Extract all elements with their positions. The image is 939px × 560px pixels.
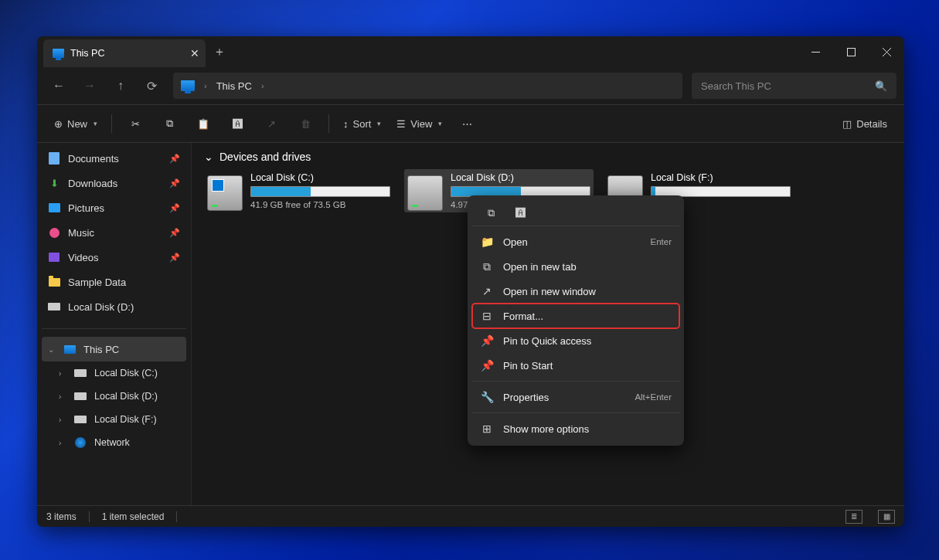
address-bar[interactable]: › This PC › bbox=[173, 73, 682, 99]
copy-button[interactable]: ⧉ bbox=[154, 110, 185, 137]
sidebar-item-network[interactable]: › Network bbox=[42, 431, 186, 454]
this-pc-icon bbox=[181, 80, 195, 91]
sidebar-item-downloads[interactable]: ⬇ Downloads 📌 bbox=[42, 171, 186, 195]
drive-name: Local Disk (C:) bbox=[250, 172, 390, 183]
paste-button[interactable]: 📋 bbox=[188, 110, 219, 137]
context-item-pin-to-quick-access[interactable]: 📌 Pin to Quick access bbox=[472, 328, 679, 353]
menu-item-label: Format... bbox=[503, 311, 543, 322]
dl-icon: ⬇ bbox=[48, 177, 60, 189]
forward-button[interactable]: → bbox=[76, 73, 104, 98]
drive-icon bbox=[74, 390, 87, 402]
sidebar-item-this-pc[interactable]: ⌄ This PC bbox=[42, 337, 186, 361]
sort-button[interactable]: ↕ Sort ▾ bbox=[337, 110, 387, 137]
sidebar-item-sample-data[interactable]: Sample Data bbox=[42, 270, 186, 294]
chevron-right-icon: › bbox=[261, 81, 264, 90]
new-button[interactable]: ⊕ New ▾ bbox=[48, 110, 104, 137]
sidebar-item-label: Downloads bbox=[68, 178, 117, 189]
menu-item-icon: ⧉ bbox=[480, 260, 494, 273]
context-item-format-[interactable]: ⊟ Format... bbox=[472, 304, 679, 328]
copy-icon[interactable]: ⧉ bbox=[478, 202, 503, 224]
rename-button[interactable]: 🅰 bbox=[222, 110, 253, 137]
chevron-right-icon: › bbox=[204, 81, 207, 90]
pin-icon: 📌 bbox=[169, 253, 180, 263]
chevron-down-icon: ▾ bbox=[438, 120, 442, 127]
sort-icon: ↕ bbox=[343, 118, 349, 130]
delete-button[interactable]: 🗑 bbox=[290, 110, 321, 137]
status-bar: 3 items 1 item selected ≣ ▦ bbox=[37, 505, 904, 527]
sidebar-item-documents[interactable]: Documents 📌 bbox=[42, 146, 186, 171]
this-pc-icon bbox=[63, 343, 76, 355]
menu-item-label: Pin to Start bbox=[503, 360, 553, 372]
grid-view-toggle[interactable]: ▦ bbox=[878, 510, 895, 524]
maximize-button[interactable] bbox=[833, 36, 869, 67]
toolbar: ⊕ New ▾ ✂ ⧉ 📋 🅰 ↗ 🗑 ↕ Sort ▾ ☰ View ▾ ⋯ … bbox=[37, 104, 904, 143]
context-item-open-in-new-window[interactable]: ↗ Open in new window bbox=[472, 279, 679, 304]
chevron-right-icon: › bbox=[59, 369, 66, 378]
drive-item[interactable]: Local Disk (C:) 41.9 GB free of 73.5 GB bbox=[204, 169, 393, 212]
sidebar-item-label: Local Disk (D:) bbox=[68, 301, 134, 313]
chevron-right-icon: › bbox=[59, 392, 66, 401]
drive-name: Local Disk (F:) bbox=[651, 172, 791, 183]
more-button[interactable]: ⋯ bbox=[451, 110, 482, 137]
share-icon: ↗ bbox=[267, 118, 276, 130]
sidebar-drive[interactable]: › Local Disk (F:) bbox=[42, 408, 186, 431]
context-item-properties[interactable]: 🔧 Properties Alt+Enter bbox=[472, 385, 679, 409]
delete-icon: 🗑 bbox=[301, 118, 311, 130]
this-pc-icon bbox=[53, 49, 64, 58]
menu-item-label: Pin to Quick access bbox=[503, 335, 591, 347]
view-button[interactable]: ☰ View ▾ bbox=[390, 110, 448, 137]
menu-item-label: Open in new tab bbox=[503, 261, 577, 273]
drive-capacity-bar bbox=[250, 186, 390, 197]
hdd-icon bbox=[48, 300, 60, 313]
close-button[interactable] bbox=[869, 36, 904, 67]
new-tab-button[interactable]: ＋ bbox=[206, 36, 233, 67]
close-tab-icon[interactable]: ✕ bbox=[190, 47, 199, 59]
share-button[interactable]: ↗ bbox=[256, 110, 287, 137]
context-item-open-in-new-tab[interactable]: ⧉ Open in new tab bbox=[472, 254, 679, 279]
list-view-toggle[interactable]: ≣ bbox=[845, 510, 862, 524]
cut-button[interactable]: ✂ bbox=[120, 110, 151, 137]
sidebar-item-videos[interactable]: Videos 📌 bbox=[42, 245, 186, 270]
sidebar-item-pictures[interactable]: Pictures 📌 bbox=[42, 195, 186, 220]
sidebar-item-label: Local Disk (F:) bbox=[94, 414, 157, 425]
search-box[interactable]: 🔍 bbox=[692, 73, 896, 99]
context-item-open[interactable]: 📁 Open Enter bbox=[472, 229, 679, 254]
sidebar-drive[interactable]: › Local Disk (C:) bbox=[42, 361, 186, 385]
minimize-button[interactable] bbox=[798, 36, 833, 67]
details-pane-button[interactable]: ◫ Details bbox=[836, 110, 893, 137]
rename-icon: 🅰 bbox=[233, 118, 243, 130]
menu-item-label: Open in new window bbox=[503, 286, 596, 297]
sidebar-item-label: Documents bbox=[68, 153, 119, 165]
breadcrumb-location[interactable]: This PC bbox=[216, 80, 252, 92]
sidebar-drive[interactable]: › Local Disk (D:) bbox=[42, 385, 186, 408]
refresh-button[interactable]: ⟳ bbox=[138, 73, 165, 98]
menu-item-shortcut: Enter bbox=[651, 237, 672, 246]
context-item-show-more[interactable]: ⊞ Show more options bbox=[472, 416, 679, 441]
chevron-right-icon: › bbox=[59, 439, 66, 447]
more-options-icon: ⊞ bbox=[480, 423, 494, 435]
menu-item-icon: 📌 bbox=[480, 359, 494, 372]
search-icon[interactable]: 🔍 bbox=[875, 80, 887, 92]
menu-item-label: Open bbox=[503, 236, 528, 248]
sidebar-item-local-disk-d-[interactable]: Local Disk (D:) bbox=[42, 294, 186, 319]
sidebar-item-label: Sample Data bbox=[68, 277, 126, 288]
details-icon: ◫ bbox=[842, 118, 852, 130]
sidebar-item-label: Music bbox=[68, 227, 94, 239]
vid-icon bbox=[48, 251, 60, 263]
up-button[interactable]: ↑ bbox=[107, 73, 134, 98]
search-input[interactable] bbox=[701, 80, 856, 92]
tab-title: This PC bbox=[70, 48, 104, 59]
back-button[interactable]: ← bbox=[45, 73, 73, 98]
view-icon: ☰ bbox=[396, 118, 406, 130]
tab-this-pc[interactable]: This PC ✕ bbox=[43, 39, 206, 67]
rename-icon[interactable]: 🅰 bbox=[508, 202, 532, 224]
section-header[interactable]: ⌄ Devices and drives bbox=[204, 151, 892, 163]
context-item-pin-to-start[interactable]: 📌 Pin to Start bbox=[472, 353, 679, 378]
doc-icon bbox=[48, 152, 60, 165]
chevron-down-icon: ⌄ bbox=[204, 151, 213, 163]
chevron-down-icon: ▾ bbox=[94, 120, 97, 127]
window-controls bbox=[798, 36, 904, 67]
svg-rect-1 bbox=[847, 48, 855, 56]
sidebar-item-music[interactable]: Music 📌 bbox=[42, 220, 186, 245]
properties-icon: 🔧 bbox=[480, 391, 494, 403]
